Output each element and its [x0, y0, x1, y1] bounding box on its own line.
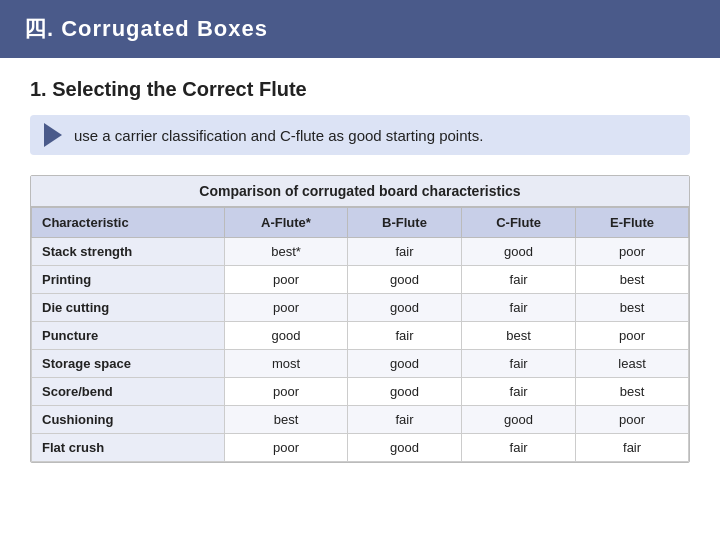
page-header: 四. Corrugated Boxes — [0, 0, 720, 58]
cell-5-0: Score/bend — [32, 378, 225, 406]
cell-1-3: fair — [462, 266, 576, 294]
cell-2-4: best — [576, 294, 689, 322]
cell-7-2: good — [347, 434, 461, 462]
table-row: Puncturegoodfairbestpoor — [32, 322, 689, 350]
cell-5-2: good — [347, 378, 461, 406]
cell-7-1: poor — [225, 434, 348, 462]
cell-0-2: fair — [347, 238, 461, 266]
cell-6-2: fair — [347, 406, 461, 434]
bullet-arrow-icon — [44, 123, 62, 147]
cell-5-1: poor — [225, 378, 348, 406]
table-row: Score/bendpoorgoodfairbest — [32, 378, 689, 406]
col-header-1: A-Flute* — [225, 208, 348, 238]
cell-4-0: Storage space — [32, 350, 225, 378]
cell-6-4: poor — [576, 406, 689, 434]
cell-1-4: best — [576, 266, 689, 294]
cell-2-2: good — [347, 294, 461, 322]
comparison-table-wrapper: Comparison of corrugated board character… — [30, 175, 690, 463]
comparison-table: CharacteristicA-Flute*B-FluteC-FluteE-Fl… — [31, 207, 689, 462]
cell-7-3: fair — [462, 434, 576, 462]
cell-4-3: fair — [462, 350, 576, 378]
bullet-row: use a carrier classification and C-flute… — [30, 115, 690, 155]
col-header-3: C-Flute — [462, 208, 576, 238]
main-content: 1. Selecting the Correct Flute use a car… — [0, 58, 720, 483]
cell-6-1: best — [225, 406, 348, 434]
table-row: Storage spacemostgoodfairleast — [32, 350, 689, 378]
cell-2-1: poor — [225, 294, 348, 322]
cell-5-4: best — [576, 378, 689, 406]
cell-1-0: Printing — [32, 266, 225, 294]
cell-1-1: poor — [225, 266, 348, 294]
cell-0-1: best* — [225, 238, 348, 266]
table-row: Stack strengthbest*fairgoodpoor — [32, 238, 689, 266]
cell-3-0: Puncture — [32, 322, 225, 350]
cell-0-4: poor — [576, 238, 689, 266]
table-caption: Comparison of corrugated board character… — [31, 176, 689, 207]
cell-3-3: best — [462, 322, 576, 350]
cell-4-2: good — [347, 350, 461, 378]
cell-0-0: Stack strength — [32, 238, 225, 266]
col-header-2: B-Flute — [347, 208, 461, 238]
table-header-row: CharacteristicA-Flute*B-FluteC-FluteE-Fl… — [32, 208, 689, 238]
cell-3-4: poor — [576, 322, 689, 350]
header-title: 四. Corrugated Boxes — [24, 16, 268, 41]
cell-4-4: least — [576, 350, 689, 378]
bullet-text: use a carrier classification and C-flute… — [74, 127, 483, 144]
table-row: Flat crushpoorgoodfairfair — [32, 434, 689, 462]
cell-3-1: good — [225, 322, 348, 350]
cell-3-2: fair — [347, 322, 461, 350]
section-title: 1. Selecting the Correct Flute — [30, 78, 690, 101]
cell-7-0: Flat crush — [32, 434, 225, 462]
cell-7-4: fair — [576, 434, 689, 462]
cell-4-1: most — [225, 350, 348, 378]
cell-1-2: good — [347, 266, 461, 294]
cell-2-3: fair — [462, 294, 576, 322]
table-row: Printingpoorgoodfairbest — [32, 266, 689, 294]
cell-0-3: good — [462, 238, 576, 266]
table-row: Die cuttingpoorgoodfairbest — [32, 294, 689, 322]
cell-5-3: fair — [462, 378, 576, 406]
table-row: Cushioningbestfairgoodpoor — [32, 406, 689, 434]
col-header-0: Characteristic — [32, 208, 225, 238]
col-header-4: E-Flute — [576, 208, 689, 238]
cell-6-3: good — [462, 406, 576, 434]
cell-2-0: Die cutting — [32, 294, 225, 322]
cell-6-0: Cushioning — [32, 406, 225, 434]
table-body: Stack strengthbest*fairgoodpoorPrintingp… — [32, 238, 689, 462]
